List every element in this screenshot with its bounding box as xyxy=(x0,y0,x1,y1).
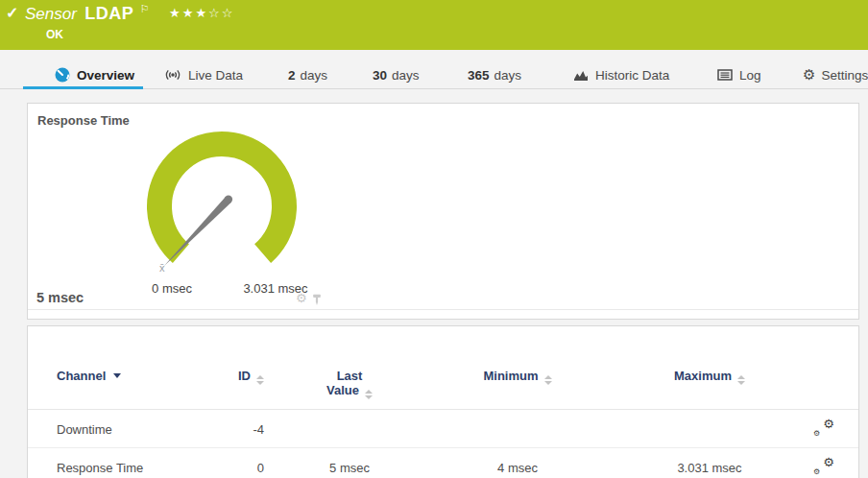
channel-maximum: 3.031 msec xyxy=(614,448,806,478)
channels-panel: Channel ID Last Value Minimum Maximum xyxy=(27,325,859,478)
sort-icon xyxy=(544,375,552,385)
flag-icon[interactable]: ⚐ xyxy=(140,3,150,14)
gauge-title: Response Time xyxy=(37,113,130,128)
tab-label: Live Data xyxy=(188,68,243,83)
gauge-scale-min: 0 msec xyxy=(141,281,203,296)
tab-overview[interactable]: Overview xyxy=(55,61,134,88)
tab-settings[interactable]: ⚙ Settings xyxy=(803,61,868,88)
channel-name: Response Time xyxy=(28,448,210,478)
chart-icon xyxy=(573,69,589,82)
gauge-settings-icon[interactable]: ⚙ xyxy=(296,291,307,305)
tab-label: Overview xyxy=(77,68,134,83)
sort-icon xyxy=(737,375,745,385)
gauge-footer-divider xyxy=(28,309,858,310)
tab-label: days xyxy=(392,68,420,83)
channel-row-response-time[interactable]: Response Time 0 5 msec 4 msec 3.031 msec… xyxy=(28,448,858,478)
channel-id: -4 xyxy=(210,410,277,448)
tab-365-days[interactable]: 365 days xyxy=(468,61,521,88)
channel-settings-icon[interactable]: ⚙ ⚙ xyxy=(813,419,834,436)
sort-icon xyxy=(256,375,264,385)
tab-label: days xyxy=(301,68,328,83)
channel-last-value: 5 msec xyxy=(277,448,422,478)
tab-2-days[interactable]: 2 days xyxy=(288,61,327,88)
prtg-sensor-page: ✓ Sensor LDAP ⚐ ★★★☆☆ OK Overview xyxy=(0,0,868,478)
channel-name: Downtime xyxy=(28,410,210,448)
sensor-status-badge: OK xyxy=(46,28,63,41)
status-check-icon: ✓ xyxy=(6,4,18,22)
tab-log[interactable]: Log xyxy=(717,61,761,88)
tab-live-data[interactable]: Live Data xyxy=(164,61,243,88)
channel-settings-icon[interactable]: ⚙ ⚙ xyxy=(813,458,834,474)
page-title-prefix: Sensor xyxy=(25,5,77,23)
tab-label: Historic Data xyxy=(595,68,669,83)
average-marker: x̄ xyxy=(159,262,165,274)
sort-icon xyxy=(365,390,373,399)
column-header-settings xyxy=(806,349,858,410)
gear-icon: ⚙ xyxy=(803,66,815,84)
column-header-last-value[interactable]: Last Value xyxy=(277,349,422,410)
column-header-channel[interactable]: Channel xyxy=(28,349,210,410)
priority-stars[interactable]: ★★★☆☆ xyxy=(169,6,234,20)
channel-minimum xyxy=(422,410,614,448)
tab-label: Log xyxy=(739,68,761,83)
page-title: Sensor LDAP ⚐ ★★★☆☆ xyxy=(25,3,234,24)
channel-last-value xyxy=(277,410,422,448)
log-icon xyxy=(717,69,733,81)
column-header-id[interactable]: ID xyxy=(210,349,277,410)
channel-maximum xyxy=(614,410,806,448)
sort-caret-icon xyxy=(113,373,121,378)
sensor-name: LDAP xyxy=(84,4,133,23)
column-header-minimum[interactable]: Minimum xyxy=(422,349,614,410)
tab-label: Settings xyxy=(821,68,868,83)
gauge-panel: Response Time x̄ 0 msec 3.031 msec 5 mse… xyxy=(27,103,859,320)
channel-id: 0 xyxy=(210,448,277,478)
live-data-icon xyxy=(164,68,181,82)
active-tab-underline xyxy=(23,86,143,89)
column-header-maximum[interactable]: Maximum xyxy=(614,349,806,410)
gauge-icon xyxy=(55,67,70,83)
tab-label: days xyxy=(494,68,522,83)
gauge-current-value: 5 msec xyxy=(36,290,84,305)
channel-minimum: 4 msec xyxy=(422,448,614,478)
tab-30-days[interactable]: 30 days xyxy=(373,61,420,88)
channels-table: Channel ID Last Value Minimum Maximum xyxy=(28,349,858,478)
sensor-header: ✓ Sensor LDAP ⚐ ★★★☆☆ OK xyxy=(0,0,868,50)
channel-row-downtime[interactable]: Downtime -4 ⚙ ⚙ xyxy=(28,410,858,448)
tab-historic-data[interactable]: Historic Data xyxy=(573,61,669,88)
table-header-row: Channel ID Last Value Minimum Maximum xyxy=(28,349,858,410)
gauge-pin-icon[interactable] xyxy=(312,293,322,310)
